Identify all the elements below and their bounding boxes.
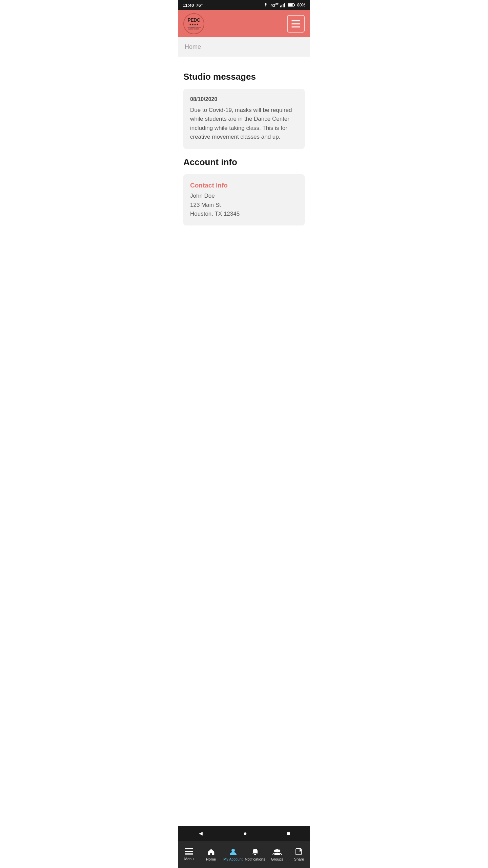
status-bar: 11:40 76° 4GLTE 80%	[178, 0, 310, 10]
network-icon: 4GLTE	[271, 3, 278, 7]
menu-icon	[185, 848, 193, 855]
nav-item-share[interactable]: Share	[288, 841, 310, 868]
svg-rect-8	[185, 851, 193, 852]
hamburger-button[interactable]	[287, 15, 305, 33]
android-back-button[interactable]: ◄	[191, 827, 210, 840]
android-home-button[interactable]: ●	[237, 827, 254, 840]
app-header: PEDC ★★★★ PERFORMER'S EDGEDANCE CENTER	[178, 10, 310, 37]
svg-point-10	[231, 849, 235, 852]
svg-rect-1	[282, 5, 282, 7]
share-icon	[295, 848, 303, 856]
main-content: Studio messages 08/10/2020 Due to Covid-…	[178, 57, 310, 266]
svg-rect-0	[280, 6, 281, 7]
contact-name: John Doe	[190, 193, 298, 199]
home-icon	[207, 848, 215, 856]
message-date: 08/10/2020	[190, 96, 298, 102]
nav-item-menu[interactable]: Menu	[178, 841, 200, 868]
nav-item-notifications[interactable]: Notifications	[244, 841, 266, 868]
account-info-title: Account info	[183, 157, 305, 167]
logo-sub: PERFORMER'S EDGEDANCE CENTER	[187, 26, 201, 30]
android-recent-button[interactable]: ■	[280, 827, 297, 840]
contact-info-title: Contact info	[190, 182, 298, 189]
nav-label-my-account: My Account	[223, 857, 243, 861]
logo-text: PEDC	[187, 18, 201, 22]
battery-percent: 80%	[297, 3, 305, 7]
status-temp: 76°	[196, 3, 203, 8]
nav-label-home: Home	[206, 857, 216, 861]
app-logo: PEDC ★★★★ PERFORMER'S EDGEDANCE CENTER	[183, 13, 204, 34]
account-icon	[229, 848, 237, 856]
svg-rect-3	[284, 3, 285, 7]
battery-icon	[288, 3, 295, 7]
svg-rect-5	[294, 4, 295, 6]
studio-messages-title: Studio messages	[183, 72, 305, 82]
status-time: 11:40	[183, 3, 194, 8]
breadcrumb: Home	[178, 37, 310, 57]
message-card: 08/10/2020 Due to Covid-19, masks will b…	[183, 89, 305, 149]
svg-point-14	[276, 849, 279, 852]
android-nav-bar: ◄ ● ■	[178, 826, 310, 841]
nav-item-groups[interactable]: Groups	[266, 841, 288, 868]
nav-item-home[interactable]: Home	[200, 841, 222, 868]
groups-icon	[272, 848, 282, 856]
svg-rect-6	[288, 4, 292, 6]
hamburger-line-2	[291, 23, 300, 24]
svg-rect-11	[254, 854, 256, 855]
nav-label-groups: Groups	[271, 857, 283, 861]
svg-rect-7	[185, 848, 193, 849]
nav-label-share: Share	[294, 857, 304, 861]
message-body: Due to Covid-19, masks will be required …	[190, 106, 298, 141]
bottom-nav: Menu Home My Account Notifications	[178, 841, 310, 868]
notifications-icon	[251, 848, 259, 856]
nav-label-menu: Menu	[184, 857, 194, 861]
account-card: Contact info John Doe 123 Main St Housto…	[183, 174, 305, 225]
nav-label-notifications: Notifications	[245, 857, 265, 861]
svg-rect-9	[185, 853, 193, 855]
hamburger-line-3	[291, 26, 300, 27]
breadcrumb-text: Home	[185, 43, 201, 50]
wifi-icon	[263, 3, 269, 7]
signal-icon	[280, 3, 286, 7]
nav-item-my-account[interactable]: My Account	[222, 841, 244, 868]
contact-address-line2: Houston, TX 12345	[190, 210, 298, 218]
hamburger-line-1	[291, 20, 300, 21]
svg-rect-2	[283, 4, 283, 7]
contact-address-line1: 123 Main St	[190, 201, 298, 210]
